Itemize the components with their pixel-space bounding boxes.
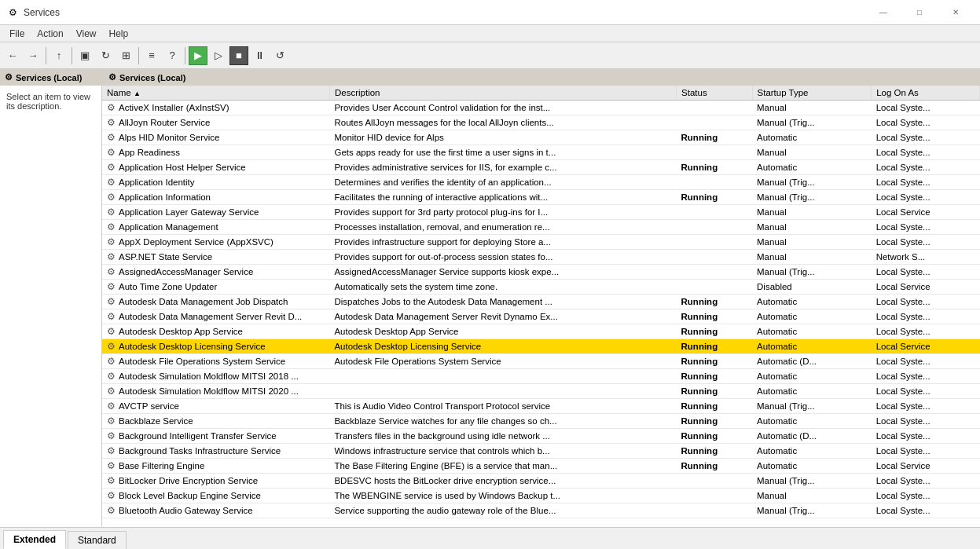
run-button[interactable]: ▶: [189, 46, 207, 65]
service-logon-cell: Local Service: [872, 339, 980, 354]
service-name-cell: ⚙Application Information: [102, 190, 329, 205]
service-startup-cell: Manual: [752, 145, 872, 160]
table-header-row: Name ▲ Description Status Startup Type L…: [102, 86, 980, 101]
table-row[interactable]: ⚙Application ManagementProcesses install…: [102, 220, 980, 235]
service-logon-cell: Local Syste...: [872, 399, 980, 414]
service-gear-icon: ⚙: [107, 147, 116, 158]
table-row[interactable]: ⚙Background Intelligent Transfer Service…: [102, 429, 980, 444]
refresh-button[interactable]: ↻: [96, 46, 115, 65]
service-gear-icon: ⚙: [107, 296, 116, 307]
table-row[interactable]: ⚙Base Filtering EngineThe Base Filtering…: [102, 459, 980, 474]
service-status-cell: [677, 205, 752, 220]
service-logon-cell: Network S...: [872, 250, 980, 265]
table-row[interactable]: ⚙Application IdentityDetermines and veri…: [102, 175, 980, 190]
menubar: File Action View Help: [0, 25, 980, 42]
service-name-cell: ⚙Autodesk Simulation Moldflow MITSI 2018…: [102, 369, 329, 384]
right-panel-title: Services (Local): [119, 73, 185, 82]
pause-button[interactable]: ⏸: [250, 46, 269, 65]
table-row[interactable]: ⚙Autodesk File Operations System Service…: [102, 354, 980, 369]
table-row[interactable]: ⚙Autodesk Data Management Job DispatchDi…: [102, 295, 980, 309]
table-row[interactable]: ⚙Alps HID Monitor ServiceMonitor HID dev…: [102, 130, 980, 145]
col-header-logon[interactable]: Log On As: [872, 86, 980, 101]
table-row[interactable]: ⚙Autodesk Desktop Licensing ServiceAutod…: [102, 339, 980, 354]
table-row[interactable]: ⚙Autodesk Desktop App ServiceAutodesk De…: [102, 324, 980, 339]
stop-button[interactable]: ■: [229, 46, 248, 65]
table-row[interactable]: ⚙Application Host Helper ServiceProvides…: [102, 160, 980, 175]
table-row[interactable]: ⚙Bluetooth Audio Gateway ServiceService …: [102, 503, 980, 518]
menu-file[interactable]: File: [3, 27, 31, 41]
services-table: Name ▲ Description Status Startup Type L…: [102, 86, 980, 518]
menu-help[interactable]: Help: [103, 27, 135, 41]
minimize-button[interactable]: —: [865, 0, 901, 25]
table-row[interactable]: ⚙Auto Time Zone UpdaterAutomatically set…: [102, 280, 980, 295]
table-row[interactable]: ⚙AssignedAccessManager ServiceAssignedAc…: [102, 265, 980, 280]
back-button[interactable]: ←: [3, 46, 22, 65]
col-header-startup[interactable]: Startup Type: [752, 86, 872, 101]
service-status-cell: [677, 489, 752, 503]
service-name-cell: ⚙AVCTP service: [102, 399, 329, 414]
col-header-name[interactable]: Name ▲: [102, 86, 329, 101]
service-desc-cell: Service supporting the audio gateway rol…: [329, 503, 676, 518]
table-row[interactable]: ⚙Block Level Backup Engine ServiceThe WB…: [102, 489, 980, 503]
service-desc-cell: Autodesk Data Management Server Revit Dy…: [329, 309, 676, 324]
service-desc-cell: AssignedAccessManager Service supports k…: [329, 265, 676, 280]
forward-button[interactable]: →: [24, 46, 42, 65]
service-gear-icon: ⚙: [107, 251, 116, 262]
show-console-button[interactable]: ▣: [75, 46, 94, 65]
service-logon-cell: Local Syste...: [872, 101, 980, 115]
service-gear-icon: ⚙: [107, 356, 116, 367]
properties-button[interactable]: ≡: [142, 46, 161, 65]
help-button[interactable]: ?: [163, 46, 182, 65]
service-status-cell: [677, 265, 752, 280]
service-desc-cell: Backblaze Service watches for any file c…: [329, 414, 676, 429]
table-row[interactable]: ⚙Application Layer Gateway ServiceProvid…: [102, 205, 980, 220]
table-row[interactable]: ⚙AllJoyn Router ServiceRoutes AllJoyn me…: [102, 115, 980, 130]
service-desc-cell: Provides administrative services for IIS…: [329, 160, 676, 175]
services-table-container[interactable]: Name ▲ Description Status Startup Type L…: [102, 86, 980, 527]
up-button[interactable]: ↑: [50, 46, 68, 65]
restart-button[interactable]: ↺: [270, 46, 289, 65]
service-desc-cell: Autodesk Desktop Licensing Service: [329, 339, 676, 354]
table-row[interactable]: ⚙AppX Deployment Service (AppXSVC)Provid…: [102, 235, 980, 250]
table-row[interactable]: ⚙ActiveX Installer (AxInstSV)Provides Us…: [102, 101, 980, 115]
service-name-cell: ⚙Autodesk Desktop Licensing Service: [102, 339, 329, 354]
tab-extended[interactable]: Extended: [3, 530, 66, 549]
table-row[interactable]: ⚙App ReadinessGets apps ready for use th…: [102, 145, 980, 160]
play2-button[interactable]: ▷: [209, 46, 228, 65]
service-desc-cell: Gets apps ready for use the first time a…: [329, 145, 676, 160]
tab-standard[interactable]: Standard: [68, 531, 127, 549]
service-startup-cell: Automatic: [752, 324, 872, 339]
col-header-description[interactable]: Description: [329, 86, 676, 101]
col-header-status[interactable]: Status: [677, 86, 752, 101]
titlebar-left: ⚙ Services: [6, 6, 60, 19]
service-status-cell: [677, 474, 752, 489]
menu-view[interactable]: View: [70, 27, 103, 41]
service-desc-cell: Provides support for 3rd party protocol …: [329, 205, 676, 220]
service-status-cell: Running: [677, 459, 752, 474]
table-row[interactable]: ⚙Background Tasks Infrastructure Service…: [102, 444, 980, 459]
service-desc-cell: Routes AllJoyn messages for the local Al…: [329, 115, 676, 130]
service-status-cell: [677, 503, 752, 518]
table-row[interactable]: ⚙Backblaze ServiceBackblaze Service watc…: [102, 414, 980, 429]
table-row[interactable]: ⚙Autodesk Data Management Server Revit D…: [102, 309, 980, 324]
titlebar-title: Services: [24, 7, 60, 18]
service-desc-cell: Determines and verifies the identity of …: [329, 175, 676, 190]
service-name-cell: ⚙Background Intelligent Transfer Service: [102, 429, 329, 444]
service-desc-cell: Facilitates the running of interactive a…: [329, 190, 676, 205]
service-status-cell: [677, 280, 752, 295]
maximize-button[interactable]: □: [901, 0, 938, 25]
service-status-cell: Running: [677, 384, 752, 399]
table-row[interactable]: ⚙ASP.NET State ServiceProvides support f…: [102, 250, 980, 265]
export-list-button[interactable]: ⊞: [116, 46, 135, 65]
right-panel-header: ⚙ Services (Local): [102, 69, 980, 86]
table-row[interactable]: ⚙BitLocker Drive Encryption ServiceBDESV…: [102, 474, 980, 489]
menu-action[interactable]: Action: [31, 27, 69, 41]
table-row[interactable]: ⚙Autodesk Simulation Moldflow MITSI 2020…: [102, 384, 980, 399]
service-status-cell: Running: [677, 369, 752, 384]
close-button[interactable]: ✕: [938, 0, 974, 25]
table-row[interactable]: ⚙Autodesk Simulation Moldflow MITSI 2018…: [102, 369, 980, 384]
table-row[interactable]: ⚙AVCTP serviceThis is Audio Video Contro…: [102, 399, 980, 414]
service-startup-cell: Automatic: [752, 339, 872, 354]
table-row[interactable]: ⚙Application InformationFacilitates the …: [102, 190, 980, 205]
service-startup-cell: Manual: [752, 101, 872, 115]
